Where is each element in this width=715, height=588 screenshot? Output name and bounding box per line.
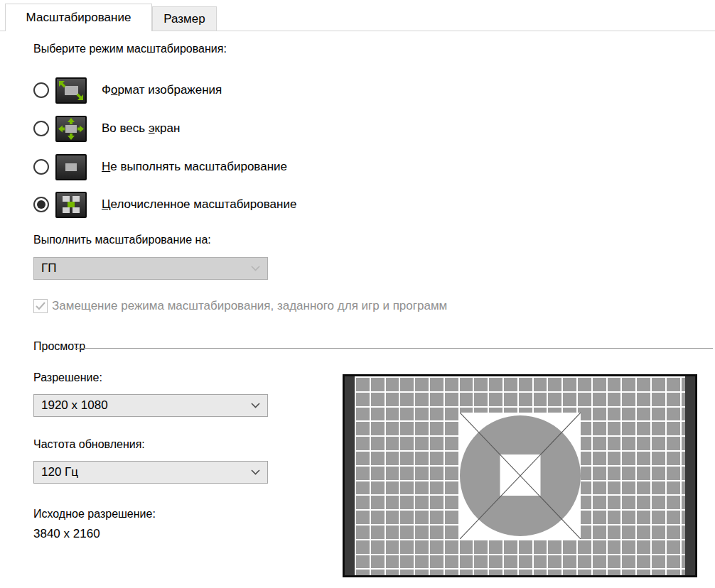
resolution-label: Разрешение: (33, 371, 102, 384)
monitor-grid-screen (355, 376, 685, 575)
scaling-mode-heading: Выберите режим масштабирования: (33, 43, 227, 55)
perform-scaling-on-value: ГП (41, 261, 56, 276)
tab-size[interactable]: Размер (152, 6, 217, 31)
tab-scaling[interactable]: Масштабирование (5, 4, 152, 31)
refresh-rate-select[interactable]: 120 Гц (33, 461, 268, 484)
scaling-settings-panel: Масштабирование Размер Выберите режим ма… (0, 0, 715, 588)
override-scaling-label: Замещение режима масштабирования, заданн… (52, 299, 447, 313)
test-pattern-image (460, 413, 581, 539)
scaling-mode-label: Целочисленное масштабирование (102, 197, 296, 212)
resolution-select[interactable]: 1920 x 1080 (33, 394, 268, 417)
fullscreen-icon (55, 116, 87, 142)
preview-monitor (343, 374, 697, 577)
scaling-mode-option-aspect-ratio[interactable]: Формат изображения (33, 75, 222, 106)
scaling-mode-label: Не выполнять масштабирование (102, 160, 287, 174)
chevron-down-icon (251, 403, 260, 408)
radio-fullscreen[interactable] (33, 121, 49, 136)
native-resolution-value: 3840 x 2160 (33, 527, 100, 541)
preview-heading: Просмотр (33, 340, 85, 353)
scaling-mode-option-integer[interactable]: Целочисленное масштабирование (33, 189, 296, 220)
override-scaling-row: Замещение режима масштабирования, заданн… (33, 299, 447, 313)
monitor-bezel-right (685, 376, 695, 575)
scaling-mode-label: Формат изображения (102, 83, 222, 97)
radio-integer-scaling[interactable] (33, 197, 49, 212)
checkmark-icon (36, 302, 45, 310)
monitor-bezel-left (345, 376, 355, 575)
no-scaling-icon (55, 154, 87, 180)
chevron-down-icon (251, 266, 260, 271)
perform-scaling-on-select[interactable]: ГП (33, 257, 268, 280)
chevron-down-icon (251, 469, 260, 475)
perform-scaling-on-label: Выполнить масштабирование на: (33, 234, 211, 246)
refresh-rate-value: 120 Гц (41, 465, 78, 479)
refresh-rate-label: Частота обновления: (33, 438, 145, 451)
override-scaling-checkbox[interactable] (33, 299, 48, 313)
integer-scaling-icon (55, 192, 87, 218)
radio-no-scaling[interactable] (33, 159, 49, 175)
scaling-mode-option-fullscreen[interactable]: Во весь экран (33, 113, 180, 144)
radio-aspect-ratio[interactable] (33, 82, 49, 98)
preview-separator (75, 348, 713, 349)
scaling-mode-label: Во весь экран (102, 121, 180, 136)
native-resolution-label: Исходное разрешение: (33, 508, 156, 521)
scaling-mode-option-no-scaling[interactable]: Не выполнять масштабирование (33, 151, 287, 183)
aspect-ratio-icon (55, 77, 87, 104)
resolution-value: 1920 x 1080 (41, 398, 108, 413)
